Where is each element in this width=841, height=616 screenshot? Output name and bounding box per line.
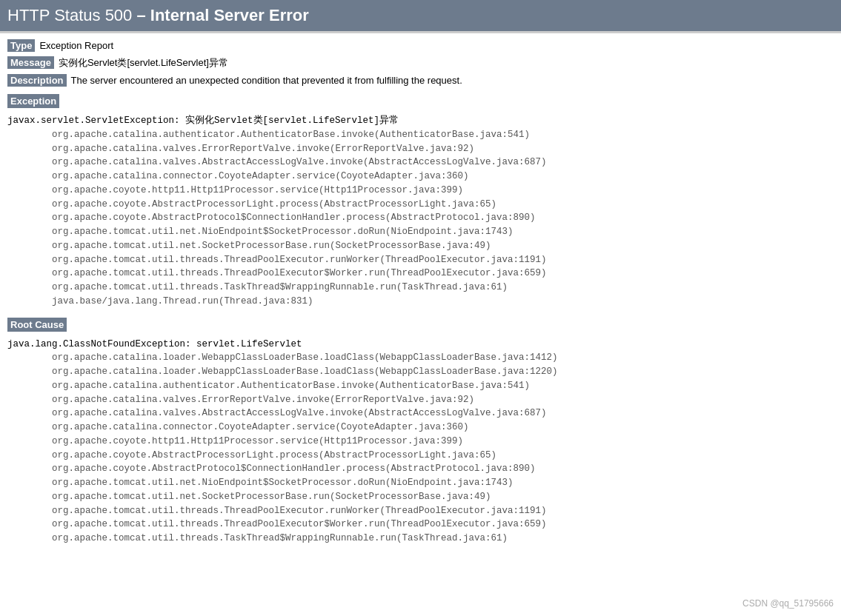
stack-line: org.apache.coyote.AbstractProtocol$Conne… <box>52 462 834 476</box>
stack-line: org.apache.tomcat.util.threads.TaskThrea… <box>52 281 834 295</box>
root-cause-stacktrace: java.lang.ClassNotFoundException: servle… <box>7 338 834 546</box>
stack-line: org.apache.catalina.loader.WebappClassLo… <box>52 351 834 365</box>
stack-line: org.apache.coyote.AbstractProcessorLight… <box>52 449 834 463</box>
stack-line: org.apache.tomcat.util.threads.ThreadPoo… <box>52 267 834 281</box>
exception-main: javax.servlet.ServletException: 实例化Servl… <box>7 116 399 126</box>
stack-line: org.apache.catalina.loader.WebappClassLo… <box>52 365 834 379</box>
stack-line: org.apache.tomcat.util.threads.ThreadPoo… <box>52 504 834 518</box>
stack-line: org.apache.coyote.http11.Http11Processor… <box>52 184 834 198</box>
stack-line: org.apache.tomcat.util.threads.ThreadPoo… <box>52 518 834 532</box>
message-value: 实例化Servlet类[servlet.LifeServlet]异常 <box>59 56 228 70</box>
stack-line: org.apache.catalina.valves.ErrorReportVa… <box>52 142 834 156</box>
stack-line: java.base/java.lang.Thread.run(Thread.ja… <box>52 295 834 309</box>
stack-line: org.apache.tomcat.util.net.NioEndpoint$S… <box>52 225 834 239</box>
stack-line: org.apache.catalina.valves.ErrorReportVa… <box>52 393 834 407</box>
watermark: CSDN @qq_51795666 <box>742 598 834 609</box>
stack-line: org.apache.tomcat.util.net.NioEndpoint$S… <box>52 476 834 490</box>
stack-line: org.apache.catalina.authenticator.Authen… <box>52 128 834 142</box>
stack-line: org.apache.catalina.valves.AbstractAcces… <box>52 406 834 421</box>
message-label: Message <box>7 56 54 69</box>
root-cause-section: Root Cause java.lang.ClassNotFoundExcept… <box>7 315 834 546</box>
stack-line: org.apache.tomcat.util.threads.TaskThrea… <box>52 532 834 546</box>
stack-line: org.apache.tomcat.util.net.SocketProcess… <box>52 490 834 504</box>
root-cause-main: java.lang.ClassNotFoundException: servle… <box>7 339 302 349</box>
stack-line: org.apache.tomcat.util.net.SocketProcess… <box>52 239 834 253</box>
exception-section: Exception javax.servlet.ServletException… <box>7 91 834 309</box>
root-cause-header: Root Cause <box>7 318 67 332</box>
stack-line: org.apache.coyote.http11.Http11Processor… <box>52 435 834 449</box>
stack-line: org.apache.catalina.connector.CoyoteAdap… <box>52 170 834 184</box>
stack-line: org.apache.catalina.valves.AbstractAcces… <box>52 155 834 170</box>
type-row: Type Exception Report <box>7 39 834 52</box>
description-label: Description <box>7 74 67 87</box>
type-value: Exception Report <box>39 40 113 51</box>
stack-line: org.apache.coyote.AbstractProtocol$Conne… <box>52 211 834 225</box>
title-bold: Internal Server Error <box>150 6 309 24</box>
title-prefix: HTTP Status 500 <box>7 6 136 24</box>
description-value: The server encountered an unexpected con… <box>71 75 462 86</box>
title-bar: HTTP Status 500 – Internal Server Error <box>0 0 841 33</box>
exception-stacktrace: javax.servlet.ServletException: 实例化Servl… <box>7 114 834 309</box>
stack-line: org.apache.catalina.authenticator.Authen… <box>52 379 834 393</box>
stack-line: org.apache.catalina.connector.CoyoteAdap… <box>52 421 834 435</box>
message-row: Message 实例化Servlet类[servlet.LifeServlet]… <box>7 56 834 70</box>
stack-line: org.apache.coyote.AbstractProcessorLight… <box>52 198 834 212</box>
exception-header: Exception <box>7 94 59 108</box>
description-row: Description The server encountered an un… <box>7 74 834 87</box>
stack-line: org.apache.tomcat.util.threads.ThreadPoo… <box>52 253 834 267</box>
type-label: Type <box>7 39 35 52</box>
